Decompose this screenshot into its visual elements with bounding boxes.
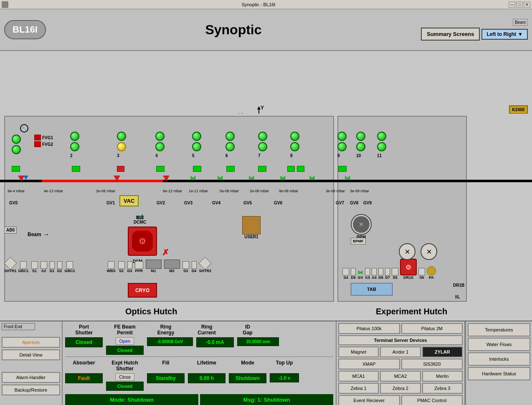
gc-s2b[interactable] [70,142,79,151]
gc-s9a[interactable] [337,132,347,141]
gc-s3b[interactable] [117,142,126,151]
sis3820-btn[interactable]: SIS3820 [401,359,463,369]
gear-sym1[interactable]: ✕ [399,243,415,260]
s6-sym[interactable] [418,268,425,275]
mca2-btn[interactable]: MCA2 [380,371,421,382]
gc-s4b[interactable] [155,142,165,151]
gc-s7a[interactable] [258,132,267,141]
temperatures-btn[interactable]: Temperatures [468,323,530,336]
a3-sym[interactable] [365,268,370,275]
gc-s11a[interactable] [377,132,386,141]
d2-sym[interactable] [57,261,62,269]
a2-sym[interactable] [41,261,47,269]
gc-s8b[interactable] [290,142,299,151]
valve-gv1[interactable] [114,176,120,181]
valve-green6[interactable]: ⋈ [345,175,350,181]
ab0-label[interactable]: AB0 [4,227,17,234]
gc-s11b[interactable] [377,142,386,151]
fe-beam-closed-value[interactable]: Closed [106,346,144,355]
shtr2-sym[interactable] [199,257,212,270]
minimize-btn[interactable]: — [509,2,515,8]
gc-s6a[interactable] [225,132,235,141]
valve-green1[interactable]: ⋈ [190,175,196,181]
d7-sym[interactable] [385,268,390,275]
event-receiver-btn[interactable]: Event Reciever [338,395,400,405]
d4-sym[interactable] [192,261,197,269]
valve-green4[interactable]: ⋈ [280,175,286,181]
ring-current-value[interactable]: -0.0 mA [196,337,234,347]
s5-sym[interactable] [392,268,398,275]
merlin-btn[interactable]: Merlin [422,371,463,382]
zebra3-btn[interactable]: Zebra 3 [422,383,463,394]
s1-sym[interactable] [31,261,38,269]
zylar-btn[interactable]: ZYLAR [422,346,463,357]
m2-sym[interactable] [164,260,180,269]
close-btn[interactable]: ✕ [524,2,530,8]
d6-sym[interactable] [378,268,383,275]
hardware-status-btn[interactable]: Hardware Status [468,367,530,380]
port-shutter-value[interactable]: Closed [65,337,103,347]
fvg1-indicator[interactable] [34,135,41,140]
bpmf-box[interactable]: BPMF [351,238,366,245]
id-gap-value[interactable]: 20.0000 mm [237,337,279,346]
lifetime-value[interactable]: 0.00 h [188,373,225,383]
ring-energy-value[interactable]: -0.00008 GeV [147,337,193,346]
ppr-sym[interactable] [135,261,143,269]
tab-box[interactable]: TAB [351,283,393,295]
fe-beam-open-btn[interactable]: Open [116,337,134,345]
s3-sym[interactable] [182,261,189,269]
zebra1-btn[interactable]: Zebra 1 [338,383,379,394]
gc2[interactable] [12,145,21,154]
detail-view-btn[interactable]: Detail View [2,349,60,360]
gc-s3a[interactable] [117,132,126,141]
vac-box[interactable]: VAC [119,195,139,206]
gc-s6b[interactable] [225,142,235,151]
fvg2-indicator[interactable] [34,141,41,147]
pmac-control-btn[interactable]: PMAC Control [401,395,463,405]
valve-green3[interactable]: ⋈ [248,175,254,181]
summary-screens-btn[interactable]: Summary Screens [421,28,480,41]
gv-sym-exp[interactable]: ⋈ [357,270,363,275]
dr1s-sym[interactable]: ⚙ [400,259,417,275]
maximize-btn[interactable]: □ [516,2,523,8]
gc-s10a[interactable] [356,132,365,141]
pilatus-2m-btn[interactable]: Pilatus 2M [401,323,463,334]
valve-green2[interactable]: ⋈ [217,175,223,181]
d3-sym[interactable] [127,261,132,269]
msg-bar[interactable]: Msg: 1: Shutdown [200,394,333,405]
gbc1-sym[interactable] [20,261,27,269]
gear-sym2[interactable]: ✕ [421,243,437,260]
user1-img[interactable] [242,216,261,234]
backup-restore-btn[interactable]: Backup/Restore [2,385,60,395]
mca1-btn[interactable]: MCA1 [338,371,379,382]
gc-s5b[interactable] [192,142,201,151]
alarm-handler-btn[interactable]: Alarm Handler [2,372,60,383]
expt-close-btn[interactable]: Close [115,373,134,381]
aperture-btn[interactable]: Aperture [2,337,60,348]
fill-value[interactable]: Standby [147,373,185,383]
pa-sym[interactable] [427,266,436,275]
cryo-box[interactable]: CRYO [128,283,157,298]
xmap-btn[interactable]: XMAP [338,359,400,369]
gc-s2a[interactable] [70,132,79,141]
top-up-value[interactable]: -1.0 s [270,373,299,382]
s3-red-rect[interactable] [117,166,124,172]
gc-s10b[interactable] [356,142,365,151]
d1-sym[interactable] [50,261,55,269]
beam-direction-btn[interactable]: Left to Right ▼ [481,29,528,40]
a4-sym[interactable] [372,268,377,275]
d5-sym[interactable] [351,268,356,275]
gc-s9b[interactable] [337,142,347,151]
mode-value[interactable]: Shutdown [229,373,266,383]
gc-s5a[interactable] [192,132,201,141]
s2-sym[interactable] [118,261,125,269]
gc-s4a[interactable] [155,132,165,141]
absorber-value[interactable]: Fault [65,373,103,383]
bpm-symbol[interactable]: ✕ [351,214,372,235]
andor1-btn[interactable]: Andor 1 [380,346,421,357]
s4-sym[interactable] [342,268,349,275]
dcm-mechanism[interactable]: ⚙ [128,227,157,256]
valve-green5[interactable]: ⋈ [309,175,315,181]
gc-s7b[interactable] [258,142,267,151]
water-flows-btn[interactable]: Water Flows [468,338,530,351]
